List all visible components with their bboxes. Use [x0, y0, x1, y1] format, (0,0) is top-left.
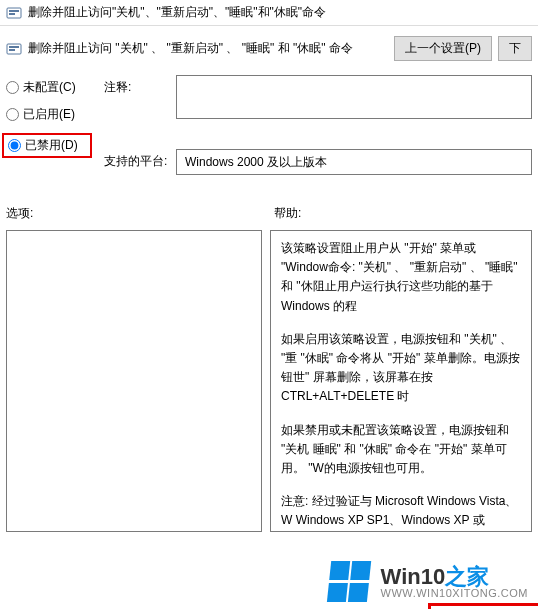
svg-rect-2: [9, 13, 15, 15]
svg-rect-5: [9, 49, 15, 51]
supported-platform-text: Windows 2000 及以上版本: [185, 154, 327, 171]
policy-title: 删除并阻止访问 "关机" 、 "重新启动" 、 "睡眠" 和 "休眠" 命令: [28, 40, 353, 57]
watermark-brand: Win10之家: [381, 565, 528, 588]
help-pane: 该策略设置阻止用户从 "开始" 菜单或 "Window命令: "关机" 、 "重…: [270, 230, 532, 532]
radio-enabled-input[interactable]: [6, 108, 19, 121]
prev-setting-button[interactable]: 上一个设置(P): [394, 36, 492, 61]
watermark-url: WWW.WIN10XITONG.COM: [381, 588, 528, 600]
help-para-2: 如果启用该策略设置，电源按钮和 "关机" 、 "重 "休眠" 命令将从 "开始"…: [281, 330, 521, 407]
comment-textarea[interactable]: [176, 75, 532, 119]
supported-label: 支持的平台:: [104, 149, 168, 170]
options-label: 选项:: [6, 205, 274, 222]
next-setting-button[interactable]: 下: [498, 36, 532, 61]
svg-rect-1: [9, 10, 19, 12]
watermark: Win10之家 WWW.WIN10XITONG.COM: [329, 561, 528, 603]
options-pane: [6, 230, 262, 532]
radio-enabled[interactable]: 已启用(E): [6, 106, 92, 123]
help-para-4: 注意: 经过验证与 Microsoft Windows Vista、W Wind…: [281, 492, 521, 532]
radio-not-configured[interactable]: 未配置(C): [6, 79, 92, 96]
svg-rect-4: [9, 46, 19, 48]
policy-icon: [6, 5, 22, 21]
radio-disabled-label: 已禁用(D): [25, 137, 78, 154]
help-para-3: 如果禁用或未配置该策略设置，电源按钮和 "关机 睡眠" 和 "休眠" 命令在 "…: [281, 421, 521, 479]
windows-logo-icon: [326, 561, 372, 603]
help-label: 帮助:: [274, 205, 301, 222]
window-title: 删除并阻止访问"关机"、"重新启动"、"睡眠"和"休眠"命令: [28, 4, 326, 21]
supported-platform-box: Windows 2000 及以上版本: [176, 149, 532, 175]
radio-disabled-input[interactable]: [8, 139, 21, 152]
radio-enabled-label: 已启用(E): [23, 106, 75, 123]
policy-icon: [6, 41, 22, 57]
corner-accent: [428, 603, 538, 609]
comment-label: 注释:: [104, 75, 168, 96]
help-para-1: 该策略设置阻止用户从 "开始" 菜单或 "Window命令: "关机" 、 "重…: [281, 239, 521, 316]
radio-not-configured-label: 未配置(C): [23, 79, 76, 96]
radio-disabled[interactable]: 已禁用(D): [2, 133, 92, 158]
radio-not-configured-input[interactable]: [6, 81, 19, 94]
